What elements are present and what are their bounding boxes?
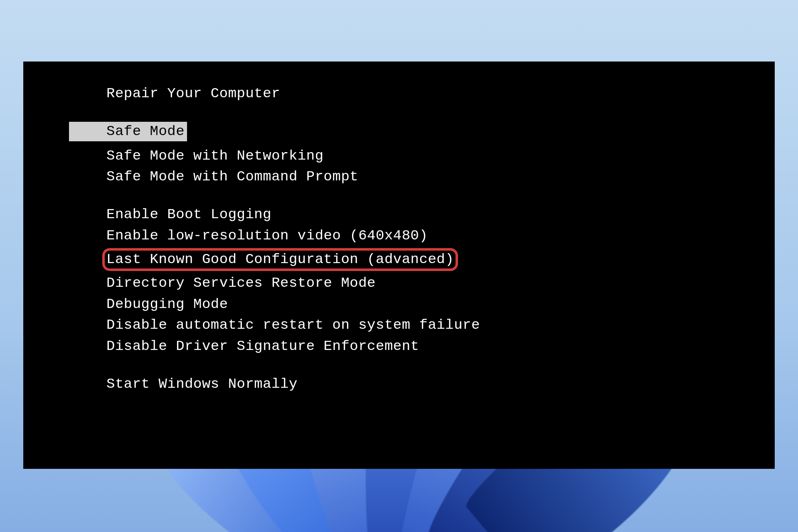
- boot-option-disable-automatic-restart[interactable]: Disable automatic restart on system fail…: [106, 316, 775, 334]
- boot-option-start-windows-normally[interactable]: Start Windows Normally: [106, 375, 775, 393]
- boot-option-label: Last Known Good Configuration (advanced): [106, 251, 454, 267]
- advanced-boot-options-screen: Repair Your Computer Safe Mode Safe Mode…: [23, 62, 775, 469]
- boot-option-disable-driver-signature-enforcement[interactable]: Disable Driver Signature Enforcement: [106, 337, 775, 355]
- boot-option-repair-your-computer[interactable]: Repair Your Computer: [106, 85, 775, 103]
- spacer: [106, 359, 775, 372]
- boot-option-debugging-mode[interactable]: Debugging Mode: [106, 296, 775, 313]
- spacer: [106, 106, 775, 119]
- boot-option-safe-mode-command-prompt[interactable]: Safe Mode with Command Prompt: [106, 168, 775, 186]
- boot-option-low-resolution-video[interactable]: Enable low-resolution video (640x480): [106, 227, 775, 245]
- boot-option-directory-services-restore-mode[interactable]: Directory Services Restore Mode: [106, 274, 775, 292]
- boot-option-safe-mode-networking[interactable]: Safe Mode with Networking: [106, 147, 775, 165]
- boot-option-label: Safe Mode: [106, 123, 185, 139]
- boot-option-last-known-good-configuration[interactable]: Last Known Good Configuration (advanced): [102, 251, 458, 268]
- spacer: [106, 189, 775, 202]
- boot-option-safe-mode[interactable]: Safe Mode: [106, 123, 185, 140]
- boot-option-enable-boot-logging[interactable]: Enable Boot Logging: [106, 206, 775, 224]
